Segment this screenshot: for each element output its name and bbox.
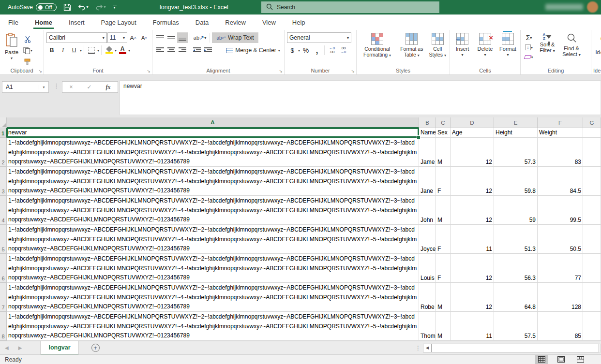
format-as-table-button[interactable]: Format asTable ▾ xyxy=(397,31,426,66)
cell-F2[interactable]: 83 xyxy=(538,138,583,167)
bottom-align-button[interactable] xyxy=(177,32,188,43)
customize-qat-button[interactable]: ▾ xyxy=(113,5,117,10)
copy-button[interactable]: ▾ xyxy=(22,45,33,55)
paste-button[interactable]: Paste ▾ xyxy=(1,31,22,66)
cell-G8[interactable] xyxy=(583,312,601,341)
decrease-decimal-button[interactable]: .00→0 xyxy=(338,45,348,56)
increase-indent-button[interactable] xyxy=(203,45,213,56)
undo-dropdown-icon[interactable]: ▾ xyxy=(87,5,89,9)
cell-F3[interactable]: 84.5 xyxy=(538,167,583,196)
row-header-7[interactable]: 7 xyxy=(0,283,7,312)
sort-filter-dropdown-icon[interactable]: ▾ xyxy=(553,49,555,53)
cell-G7[interactable] xyxy=(583,283,601,312)
next-sheet-button[interactable]: ▶ xyxy=(14,345,27,350)
font-size-select[interactable]: 11▾ xyxy=(107,32,127,43)
name-box-dropdown-icon[interactable]: ▾ xyxy=(39,85,48,89)
cell-A6[interactable]: 1~!abcdefghijklmnopqrstuvwxyz~ABCDEFGHIJ… xyxy=(7,254,419,283)
tab-home[interactable]: Home xyxy=(27,15,60,30)
cell-D4[interactable]: 12 xyxy=(451,196,494,225)
redo-button[interactable]: ▾ xyxy=(95,3,106,11)
clipboard-dialog-launcher[interactable]: ↘ xyxy=(38,69,42,73)
sheet-tab-longvar[interactable]: longvar xyxy=(40,341,78,355)
cell-C1[interactable]: Sex xyxy=(436,128,451,138)
select-all-button[interactable] xyxy=(0,117,7,128)
cell-F1[interactable]: Weight xyxy=(538,128,583,138)
insert-function-button[interactable]: fx xyxy=(106,84,111,91)
bold-button[interactable]: B xyxy=(46,45,57,56)
format-dropdown-icon[interactable]: ▾ xyxy=(507,53,509,57)
insert-cells-button[interactable]: ← Insert ▾ xyxy=(452,31,473,66)
column-header-E[interactable]: E xyxy=(494,117,538,128)
align-left-button[interactable] xyxy=(155,45,165,56)
cell-D3[interactable]: 12 xyxy=(451,167,494,196)
prev-sheet-button[interactable]: ◀ xyxy=(0,345,14,350)
add-sheet-button[interactable]: + xyxy=(91,344,100,352)
cell-E5[interactable]: 51.3 xyxy=(494,225,538,254)
cell-C3[interactable]: F xyxy=(436,167,451,196)
enter-button[interactable]: ✓ xyxy=(87,84,91,90)
font-color-button[interactable]: A xyxy=(117,45,128,56)
percent-button[interactable]: % xyxy=(300,45,311,56)
column-header-D[interactable]: D xyxy=(451,117,494,128)
shrink-font-button[interactable]: A˅ xyxy=(139,32,150,43)
font-dialog-launcher[interactable]: ↘ xyxy=(147,69,150,73)
clear-button[interactable]: ▾ xyxy=(524,53,534,61)
tab-insert[interactable]: Insert xyxy=(60,15,93,30)
scrollbar-track[interactable] xyxy=(432,344,601,352)
cell-E3[interactable]: 59.8 xyxy=(494,167,538,196)
cancel-button[interactable]: × xyxy=(69,84,73,90)
tab-view[interactable]: View xyxy=(254,15,284,30)
tab-review[interactable]: Review xyxy=(217,15,254,30)
cell-D8[interactable]: 11 xyxy=(451,312,494,341)
cell-B7[interactable]: Robe xyxy=(419,283,436,312)
cell-E8[interactable]: 57.5 xyxy=(494,312,538,341)
cut-button[interactable] xyxy=(22,34,33,44)
number-dialog-launcher[interactable]: ↘ xyxy=(351,69,355,73)
tab-scroll-handle[interactable]: ⋮ xyxy=(413,345,423,351)
orientation-dropdown-icon[interactable]: ▾ xyxy=(204,36,206,40)
cell-G1[interactable] xyxy=(583,128,601,138)
fill-button[interactable]: ↓▾ xyxy=(524,43,534,52)
cell-B6[interactable]: Louis xyxy=(419,254,436,283)
tab-formulas[interactable]: Formulas xyxy=(145,15,187,30)
cell-F5[interactable]: 50.5 xyxy=(538,225,583,254)
italic-button[interactable]: I xyxy=(58,45,68,56)
cell-E7[interactable]: 64.8 xyxy=(494,283,538,312)
cell-B5[interactable]: Joyce xyxy=(419,225,436,254)
cell-B4[interactable]: John xyxy=(419,196,436,225)
conditional-formatting-button[interactable]: ConditionalFormatting ▾ xyxy=(358,31,397,66)
currency-button[interactable]: $ xyxy=(287,45,298,56)
search-box[interactable]: Search xyxy=(261,1,439,13)
delete-dropdown-icon[interactable]: ▾ xyxy=(484,53,486,57)
format-painter-button[interactable] xyxy=(22,57,33,67)
cell-D5[interactable]: 11 xyxy=(451,225,494,254)
cell-G4[interactable] xyxy=(583,196,601,225)
format-as-table-dropdown-icon[interactable]: ▾ xyxy=(418,53,420,58)
view-normal-button[interactable] xyxy=(535,355,548,364)
row-header-1[interactable]: 1 xyxy=(0,128,7,138)
sort-filter-button[interactable]: AZ Sort &Filter ▾ xyxy=(535,31,559,66)
font-name-select[interactable]: Calibri▾ xyxy=(46,32,107,43)
cell-F7[interactable]: 128 xyxy=(538,283,583,312)
row-header-8[interactable]: 8 xyxy=(0,312,7,341)
cell-F4[interactable]: 99.5 xyxy=(538,196,583,225)
cell-B3[interactable]: Jane xyxy=(419,167,436,196)
font-color-dropdown-icon[interactable]: ▾ xyxy=(128,48,130,53)
paste-dropdown-icon[interactable]: ▾ xyxy=(11,56,13,60)
column-header-F[interactable]: F xyxy=(538,117,583,128)
cell-A5[interactable]: 1~!abcdefghijklmnopqrstuvwxyz~ABCDEFGHIJ… xyxy=(7,225,419,254)
account-area[interactable] xyxy=(545,1,598,13)
scrollbar-thumb[interactable] xyxy=(432,344,599,352)
tab-help[interactable]: Help xyxy=(284,15,314,30)
cell-D7[interactable]: 12 xyxy=(451,283,494,312)
center-button[interactable] xyxy=(166,45,177,56)
tab-file[interactable]: File xyxy=(0,15,27,30)
number-format-select[interactable]: General▾ xyxy=(287,32,351,43)
underline-button[interactable]: U xyxy=(69,45,79,56)
cell-C4[interactable]: M xyxy=(436,196,451,225)
cell-E1[interactable]: Height xyxy=(494,128,538,138)
merge-center-button[interactable]: Merge & Center▾ xyxy=(217,45,289,56)
currency-dropdown-icon[interactable]: ▾ xyxy=(298,48,300,53)
fill-color-button[interactable] xyxy=(104,45,114,56)
row-header-6[interactable]: 6 xyxy=(0,254,7,283)
